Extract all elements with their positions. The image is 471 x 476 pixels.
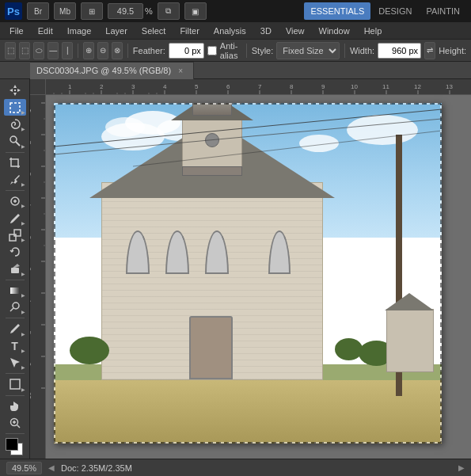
menu-select[interactable]: Select [135,25,173,37]
menu-edit[interactable]: Edit [32,25,59,37]
heal-tool[interactable]: ▶ [4,193,26,209]
hand-tool[interactable] [4,398,26,413]
doc-size-info: Doc: 2.35M/2.35M [61,463,452,473]
svg-rect-49 [30,95,46,459]
tab-painting[interactable]: PAINTIN [420,2,466,20]
feather-label: Feather: [133,46,165,55]
antialias-checkbox[interactable] [207,46,217,55]
svg-text:1: 1 [68,83,72,90]
eyedropper-tool[interactable]: ▶ [4,172,26,188]
marquee-option-ellipse[interactable]: ⬭ [33,42,44,59]
menu-window[interactable]: Window [313,25,356,37]
pen-tool[interactable]: ▶ [4,321,26,337]
right-building [386,309,434,372]
menu-analysis[interactable]: Analysis [207,25,253,37]
tool-arrow-type: ▶ [21,348,25,353]
magic-wand-tool[interactable]: ▶ [4,133,26,149]
menu-file[interactable]: File [3,25,30,37]
path-select-tool[interactable]: ▶ [4,355,26,371]
svg-point-1 [10,136,17,143]
zoom-input[interactable] [108,3,143,19]
tool-sep-4 [6,318,25,318]
ground [54,380,442,444]
marquee-option-col[interactable]: | [62,42,73,59]
svg-text:6: 6 [226,83,230,90]
swap-dimensions[interactable]: ⇌ [424,42,435,59]
svg-text:11: 11 [382,83,389,90]
menu-3d[interactable]: 3D [254,25,278,37]
style-select[interactable]: Fixed Size [276,42,340,59]
subtract-from-selection[interactable]: ⊖ [97,42,108,59]
tool-arrow-path: ▶ [21,364,25,370]
move-tool[interactable] [4,82,26,98]
svg-rect-6 [10,288,20,294]
church-door [189,316,233,379]
history-brush-tool[interactable] [4,244,26,260]
bridge-button[interactable]: Br [27,2,49,20]
tool-sep-3 [6,280,25,280]
svg-text:2: 2 [100,83,104,90]
menu-filter[interactable]: Filter [173,25,205,37]
type-tool[interactable]: T ▶ [4,338,26,354]
steeple-window [205,133,219,147]
svg-text:8: 8 [290,83,294,90]
zoom-percent: % [145,6,153,16]
zoom-tool[interactable] [4,415,26,431]
eraser-tool[interactable]: ▶ [4,261,26,276]
svg-rect-9 [10,379,20,389]
options-bar: ⬚ ⬚ ⬭ — | ⊕ ⊖ ⊗ Feather: Anti-alias Styl… [0,40,471,62]
tool-sep-2 [6,190,25,191]
feather-input[interactable] [169,43,204,59]
tab-close-button[interactable]: × [176,66,185,75]
cupola-top [192,103,232,116]
minibride-button[interactable]: Mb [54,2,76,20]
main-area: ▶ ▶ ▶ ▶ ▶ ▶ ▶ [0,79,471,459]
brush-tool[interactable]: ▶ [4,210,26,226]
svg-text:12: 12 [414,83,421,90]
add-to-selection[interactable]: ⊕ [83,42,94,59]
menu-layer[interactable]: Layer [99,25,134,37]
style-label: Style: [252,46,274,55]
shape-tool[interactable]: ▶ [4,376,26,392]
menu-image[interactable]: Image [61,25,98,37]
menu-help[interactable]: Help [358,25,389,37]
separator-1 [78,44,78,58]
arrange-docs-button[interactable]: ⧉ [158,2,180,20]
tool-arrow-lasso: ▶ [21,126,25,131]
tool-preset-picker[interactable]: ⬚ [5,42,16,59]
svg-text:7: 7 [258,83,262,90]
separator-4 [344,44,345,58]
tab-design[interactable]: DESIGN [372,2,418,20]
marquee-option-rect[interactable]: ⬚ [19,42,30,59]
screen-mode-button[interactable]: ▣ [184,2,207,20]
tool-arrow-eye: ▶ [21,181,25,187]
marquee-tool[interactable]: ▶ [4,99,26,115]
lasso-tool[interactable]: ▶ [4,116,26,132]
svg-text:6: 6 [30,267,32,271]
foreground-color[interactable] [6,438,18,451]
arrange-button[interactable]: ⊞ [81,2,103,20]
svg-line-11 [17,425,20,428]
document-tab[interactable]: DSC00304.JPG @ 49.5% (RGB/8) × [30,62,194,79]
status-zoom-input[interactable] [6,462,42,474]
intersect-selection[interactable]: ⊗ [112,42,123,59]
tab-bar: DSC00304.JPG @ 49.5% (RGB/8) × [0,62,471,79]
dodge-tool[interactable]: ▶ [4,299,26,315]
color-swatches[interactable] [4,438,26,455]
marquee-option-row[interactable]: — [47,42,59,59]
svg-text:3: 3 [30,172,32,176]
tool-arrow-wand: ▶ [21,143,25,149]
svg-text:5: 5 [30,235,32,239]
width-input[interactable] [378,43,421,59]
tool-sep-1 [6,152,25,153]
crop-tool[interactable] [4,154,26,170]
svg-text:1: 1 [30,109,32,112]
canvas-area[interactable]: 1 2 3 4 5 6 7 8 9 [30,79,471,459]
doc-tab-name: DSC00304.JPG @ 49.5% (RGB/8) [36,66,171,75]
menu-view[interactable]: View [279,25,311,37]
tab-essentials[interactable]: ESSENTIALS [304,2,370,20]
gradient-tool[interactable]: ▶ [4,283,26,299]
church-body [101,182,323,380]
clone-tool[interactable]: ▶ [4,227,26,243]
antialias-label: Anti-alias [220,41,241,60]
